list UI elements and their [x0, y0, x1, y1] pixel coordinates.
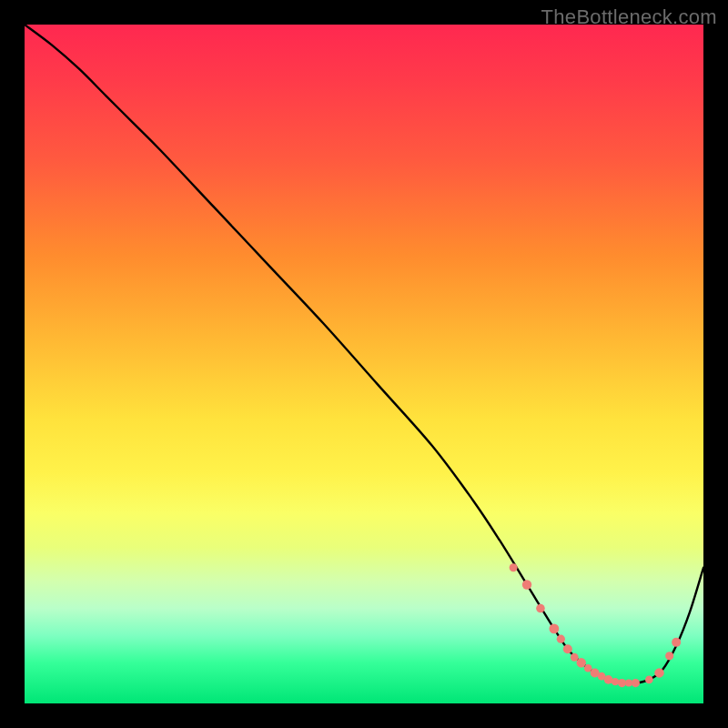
curve-marker	[577, 658, 586, 667]
curve-marker	[536, 604, 545, 613]
curve-marker	[563, 644, 572, 653]
curve-marker	[604, 675, 613, 684]
curve-marker	[645, 676, 653, 684]
curve-marker	[510, 563, 518, 571]
curve-marker	[672, 638, 681, 647]
curve-line	[25, 25, 703, 683]
curve-marker	[612, 678, 619, 685]
watermark-label: TheBottleneck.com	[541, 5, 717, 29]
plot-area	[25, 25, 703, 703]
curve-marker	[665, 652, 673, 660]
curve-marker	[571, 653, 579, 662]
curve-marker	[618, 679, 626, 687]
curve-marker	[557, 635, 565, 643]
curve-markers	[510, 563, 682, 687]
curve-marker	[549, 624, 559, 634]
curve-marker	[654, 668, 663, 677]
bottleneck-curve	[25, 25, 703, 703]
curve-marker	[522, 580, 531, 589]
curve-marker	[632, 679, 640, 687]
chart-container: TheBottleneck.com	[0, 0, 728, 728]
curve-marker	[625, 680, 632, 687]
